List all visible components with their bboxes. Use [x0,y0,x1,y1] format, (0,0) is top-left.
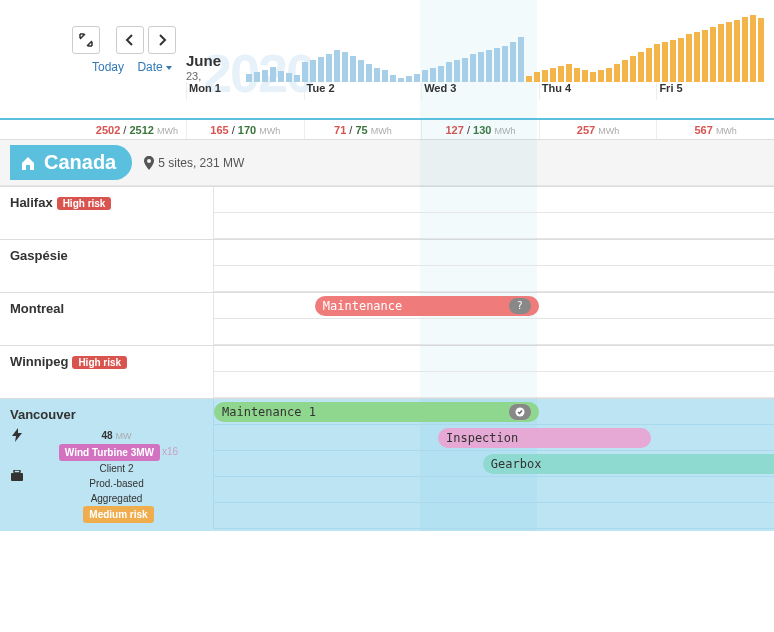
client-label: Client 2 [30,461,203,476]
bar [494,48,500,82]
totals-day-cell: 165 / 170 MWh [186,120,304,139]
site-left[interactable]: Gaspésie [0,240,213,292]
bar [462,58,468,82]
bar [310,60,316,82]
bar [718,24,724,82]
bar [478,52,484,82]
totals-row: 2502 / 2512 MWh 165 / 170 MWh71 / 75 MWh… [0,120,774,140]
bar [702,30,708,82]
totals-day-cell: 257 MWh [539,120,657,139]
bar [638,52,644,82]
bar [550,68,556,82]
track[interactable]: Gearbox [213,451,774,477]
bar [750,15,756,82]
basis-label: Prod.-based [30,476,203,491]
svg-rect-2 [14,470,20,473]
track[interactable] [213,477,774,503]
bar [734,20,740,82]
svg-rect-1 [11,473,23,481]
bar [294,75,300,82]
site-name: Vancouver [10,407,76,422]
chart-area: 2020 June 23, Mon 1Tue 2Wed 3Thu 4Fri 5 [186,0,774,100]
bar [374,68,380,82]
bar [470,54,476,82]
next-button[interactable] [148,26,176,54]
bar [606,68,612,82]
bar [630,56,636,82]
bar [574,68,580,82]
bar [678,38,684,82]
track[interactable] [213,240,774,266]
briefcase-icon [10,470,24,482]
task-bar[interactable]: Gearbox [483,454,774,474]
bar [334,50,340,82]
bar [422,70,428,82]
site-name: Winnipeg [10,354,68,369]
track[interactable] [213,319,774,345]
check-icon[interactable] [509,404,531,420]
track[interactable] [213,372,774,398]
site-icons [10,428,24,523]
bar [246,74,252,82]
site-left[interactable]: WinnipegHigh risk [0,346,213,398]
site-left[interactable]: HalifaxHigh risk [0,187,213,239]
site-row-expanded: Vancouver 48 MW Wind Turbine 3MWx16 Clie… [0,398,774,531]
bar [686,34,692,82]
prev-button[interactable] [116,26,144,54]
production-bars [186,12,774,82]
svg-point-0 [147,159,151,163]
bar [446,62,452,82]
bar [502,46,508,82]
bar [654,44,660,82]
track[interactable]: Maintenance 1 [213,399,774,425]
risk-badge: High risk [72,356,127,369]
track[interactable] [213,346,774,372]
expand-button[interactable] [72,26,100,54]
region-pill[interactable]: Canada [10,145,132,180]
task-bar[interactable]: Maintenance? [315,296,539,316]
site-left[interactable]: Vancouver 48 MW Wind Turbine 3MWx16 Clie… [0,399,213,531]
site-left[interactable]: Montreal [0,293,213,345]
track[interactable] [213,503,774,529]
today-link[interactable]: Today [92,60,124,74]
task-bar[interactable]: Inspection [438,428,651,448]
bar [414,74,420,82]
site-tracks [213,240,774,292]
day-header: Wed 3 [421,82,539,100]
site-grid: HalifaxHigh riskGaspésieMontrealMaintena… [0,186,774,531]
bar [694,32,700,82]
bar [670,40,676,82]
capacity-value: 48 [102,430,113,441]
task-bar[interactable]: Maintenance 1 [214,402,539,422]
track[interactable]: Maintenance? [213,293,774,319]
track[interactable] [213,187,774,213]
region-meta: 5 sites, 231 MW [144,156,244,170]
date-dropdown[interactable]: Date [137,60,171,74]
nav-toolbar [72,26,176,54]
bar [510,42,516,82]
bolt-icon [10,428,24,442]
question-icon[interactable]: ? [509,298,531,314]
totals-day-cell: 127 / 130 MWh [421,120,539,139]
region-meta-text: 5 sites, 231 MW [158,156,244,170]
bar [286,73,292,82]
turbine-badge: Wind Turbine 3MW [59,444,160,461]
bar [622,60,628,82]
site-tracks: Maintenance? [213,293,774,345]
track[interactable]: Inspection [213,425,774,451]
bar [614,64,620,82]
site-name: Montreal [10,301,64,316]
site-name: Halifax [10,195,53,210]
bar [390,75,396,82]
bar [518,37,524,82]
track[interactable] [213,213,774,239]
bar [318,57,324,82]
track[interactable] [213,266,774,292]
agg-label: Aggregated [30,491,203,506]
bar [454,60,460,82]
day-row: Mon 1Tue 2Wed 3Thu 4Fri 5 [186,82,774,100]
bar [662,42,668,82]
risk-badge: High risk [57,197,112,210]
bar [366,64,372,82]
task-label: Maintenance [323,296,402,316]
